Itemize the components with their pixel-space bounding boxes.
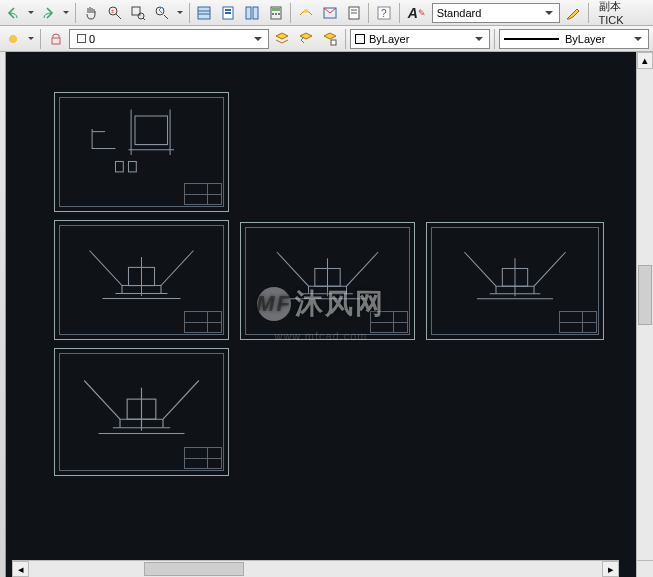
svg-rect-27 bbox=[52, 38, 60, 44]
svg-rect-11 bbox=[225, 9, 231, 11]
text-style-combo[interactable]: Standard bbox=[432, 3, 560, 23]
drawing-canvas[interactable]: MF 沐风网 www.mfcad.com ◂ ▸ bbox=[6, 52, 636, 577]
annotation-label: 副本TICK bbox=[593, 0, 651, 26]
toolbar-row-2: 0 ByLayer ByLayer bbox=[0, 26, 653, 52]
separator bbox=[40, 29, 41, 49]
layer-swatch bbox=[77, 34, 86, 43]
light-dropdown[interactable] bbox=[26, 28, 36, 50]
drawing-sheet[interactable] bbox=[54, 220, 229, 340]
tool-palettes-button[interactable] bbox=[241, 2, 263, 24]
light-button[interactable] bbox=[2, 28, 24, 50]
markup-button[interactable] bbox=[295, 2, 317, 24]
drawing-sheet[interactable] bbox=[240, 222, 415, 340]
svg-point-17 bbox=[272, 13, 274, 15]
layer-lock-button[interactable] bbox=[45, 28, 67, 50]
title-block bbox=[559, 311, 597, 333]
title-block bbox=[370, 311, 408, 333]
text-style-icon[interactable]: A✎ bbox=[404, 2, 430, 24]
scroll-h-track[interactable] bbox=[29, 561, 602, 577]
layer-properties-button[interactable] bbox=[319, 28, 341, 50]
separator bbox=[399, 3, 400, 23]
help-button[interactable]: ? bbox=[373, 2, 395, 24]
separator bbox=[75, 3, 76, 23]
svg-point-19 bbox=[278, 13, 280, 15]
scrollbar-vertical[interactable]: ▴ ▾ bbox=[636, 52, 653, 577]
sheet-set-button[interactable] bbox=[217, 2, 239, 24]
svg-rect-53 bbox=[135, 116, 168, 145]
text-edit-icon[interactable] bbox=[562, 2, 584, 24]
scroll-right-button[interactable]: ▸ bbox=[602, 561, 619, 577]
scroll-v-track[interactable] bbox=[637, 69, 653, 560]
title-block bbox=[184, 447, 222, 469]
drawing-content bbox=[437, 233, 593, 309]
drawing-content bbox=[65, 359, 218, 445]
drawing-content bbox=[251, 233, 404, 309]
layer-states-button[interactable] bbox=[271, 28, 293, 50]
zoom-dropdown[interactable] bbox=[175, 2, 185, 24]
drawing-sheet[interactable] bbox=[54, 92, 229, 212]
svg-rect-13 bbox=[246, 7, 251, 19]
linetype-combo[interactable]: ByLayer bbox=[499, 29, 649, 49]
drawing-content bbox=[65, 103, 218, 181]
chevron-down-icon bbox=[252, 33, 264, 45]
toolbar-row-1: ± ? A✎ Standard 副本TICK bbox=[0, 0, 653, 26]
scrollbar-corner bbox=[636, 560, 653, 577]
scroll-left-button[interactable]: ◂ bbox=[12, 561, 29, 577]
svg-rect-60 bbox=[129, 162, 137, 172]
undo-dropdown[interactable] bbox=[26, 2, 36, 24]
separator bbox=[189, 3, 190, 23]
svg-point-18 bbox=[275, 13, 277, 15]
scrollbar-horizontal[interactable]: ◂ ▸ bbox=[12, 560, 619, 577]
scroll-v-thumb[interactable] bbox=[638, 265, 652, 325]
title-block bbox=[184, 311, 222, 333]
quickcalc-button[interactable] bbox=[343, 2, 365, 24]
linetype-value: ByLayer bbox=[565, 33, 605, 45]
separator bbox=[345, 29, 346, 49]
layer-color-combo[interactable]: ByLayer bbox=[350, 29, 490, 49]
separator bbox=[290, 3, 291, 23]
svg-point-20 bbox=[304, 9, 308, 13]
redo-dropdown[interactable] bbox=[61, 2, 71, 24]
chevron-down-icon bbox=[543, 7, 555, 19]
color-swatch bbox=[355, 34, 365, 44]
svg-rect-28 bbox=[331, 40, 336, 45]
linetype-sample bbox=[504, 38, 559, 40]
layer-previous-button[interactable] bbox=[295, 28, 317, 50]
svg-rect-16 bbox=[272, 8, 280, 11]
separator bbox=[494, 29, 495, 49]
separator bbox=[588, 3, 589, 23]
zoom-realtime-button[interactable]: ± bbox=[104, 2, 126, 24]
drawing-sheet[interactable] bbox=[426, 222, 604, 340]
svg-rect-14 bbox=[253, 7, 258, 19]
svg-text:?: ? bbox=[381, 8, 387, 19]
layer-name-value: ByLayer bbox=[369, 33, 409, 45]
scroll-up-button[interactable]: ▴ bbox=[637, 52, 653, 69]
layer-index-value: 0 bbox=[89, 33, 95, 45]
calculator-button[interactable] bbox=[265, 2, 287, 24]
layer-index-combo[interactable]: 0 bbox=[69, 29, 269, 49]
zoom-window-button[interactable] bbox=[127, 2, 149, 24]
undo-button[interactable] bbox=[2, 2, 24, 24]
properties-button[interactable] bbox=[194, 2, 216, 24]
svg-rect-7 bbox=[198, 7, 210, 19]
viewport: MF 沐风网 www.mfcad.com ◂ ▸ ▴ ▾ bbox=[0, 52, 653, 577]
drawing-sheet[interactable] bbox=[54, 348, 229, 476]
svg-line-1 bbox=[116, 14, 121, 19]
text-style-value: Standard bbox=[437, 7, 482, 19]
title-block bbox=[184, 183, 222, 205]
zoom-previous-button[interactable] bbox=[151, 2, 173, 24]
drawing-content bbox=[65, 231, 218, 309]
chevron-down-icon bbox=[473, 33, 485, 45]
svg-rect-59 bbox=[116, 162, 124, 172]
scroll-h-thumb[interactable] bbox=[144, 562, 244, 576]
redo-button[interactable] bbox=[38, 2, 60, 24]
sun-icon bbox=[5, 31, 21, 47]
pan-button[interactable] bbox=[80, 2, 102, 24]
svg-rect-12 bbox=[225, 12, 231, 14]
separator bbox=[368, 3, 369, 23]
chevron-down-icon bbox=[632, 33, 644, 45]
design-center-button[interactable] bbox=[319, 2, 341, 24]
svg-text:±: ± bbox=[111, 8, 115, 14]
svg-line-5 bbox=[143, 18, 145, 20]
